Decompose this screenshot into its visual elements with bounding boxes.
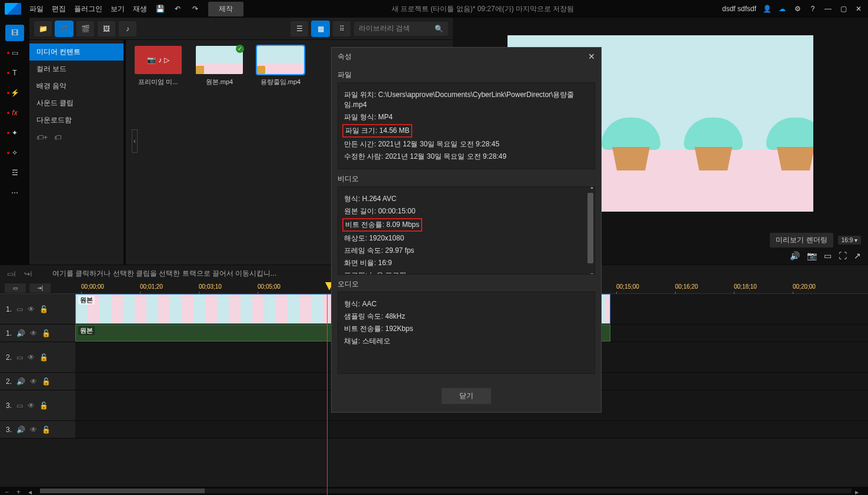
overlay-room-icon[interactable]: ✦ bbox=[5, 125, 24, 141]
save-icon[interactable]: 💾 bbox=[155, 4, 165, 14]
volume-icon[interactable]: 🔊 bbox=[790, 251, 800, 260]
visibility-icon[interactable]: 👁 bbox=[28, 305, 35, 313]
visibility-icon[interactable]: 👁 bbox=[28, 402, 35, 410]
zoom-in-icon[interactable]: + bbox=[16, 488, 25, 494]
cloud-icon[interactable]: ☁ bbox=[777, 4, 787, 14]
tt-aspect-icon[interactable]: ▭⁞ bbox=[7, 270, 16, 278]
import-icon[interactable]: 📁 bbox=[34, 21, 52, 36]
tick: 00;16;20 bbox=[675, 283, 698, 290]
media-item-reduced[interactable]: 용량줄임.mp4 bbox=[254, 46, 307, 86]
nav-bg-music[interactable]: 배경 음악 bbox=[29, 78, 123, 95]
view-menu-icon[interactable]: ⠿ bbox=[333, 21, 350, 36]
menu-play[interactable]: 재생 bbox=[133, 4, 147, 14]
scroll-left-icon[interactable]: ◂ bbox=[28, 488, 36, 494]
particle-room-icon[interactable]: ✧ bbox=[5, 145, 24, 161]
ruler-end-icon[interactable]: ⇥| bbox=[29, 283, 51, 293]
track-row: 3. 🔊👁🔓 bbox=[0, 421, 868, 439]
lock-icon[interactable]: 🔓 bbox=[42, 426, 51, 434]
lock-icon[interactable]: 🔓 bbox=[39, 353, 48, 362]
tt-arrow-icon[interactable]: ↪⁞ bbox=[24, 270, 32, 278]
dialog-close-icon[interactable]: ✕ bbox=[588, 52, 595, 61]
library-nav: 미디어 컨텐트 컬러 보드 배경 음악 사운드 클립 다운로드함 🏷+ 🏷 bbox=[29, 40, 123, 265]
text-room-icon[interactable]: T bbox=[5, 65, 24, 81]
prop-filesize: 파일 크기: 14.56 MB bbox=[344, 123, 589, 138]
collapse-handle[interactable]: ‹ bbox=[132, 129, 138, 153]
tick: 00;05;00 bbox=[258, 283, 281, 290]
close-icon[interactable]: ✕ bbox=[854, 4, 863, 14]
section-file-label: 파일 bbox=[338, 65, 595, 82]
render-preview-button[interactable]: 미리보기 렌더링 bbox=[770, 233, 833, 247]
scroll-up-icon[interactable]: ▴ bbox=[590, 186, 593, 190]
tag-icon[interactable]: 🏷 bbox=[54, 133, 66, 145]
playhead[interactable] bbox=[327, 294, 328, 495]
view3d-icon[interactable]: ▭ bbox=[824, 251, 832, 260]
prop-vprofile: 프로필: 높은 프로필 bbox=[344, 269, 589, 275]
snapshot-icon[interactable]: 📷 bbox=[807, 251, 817, 260]
more-room-icon[interactable]: ⋯ bbox=[5, 185, 24, 201]
hscroll-thumb[interactable] bbox=[40, 489, 205, 493]
minimize-icon[interactable]: — bbox=[823, 4, 833, 14]
aspect-select[interactable]: 16:9 ▾ bbox=[838, 236, 861, 245]
prop-vformat: 형식: H.264 AVC bbox=[344, 193, 589, 205]
media-room-icon[interactable]: 🎞 bbox=[5, 25, 24, 41]
lock-icon[interactable]: 🔓 bbox=[39, 402, 48, 410]
properties-dialog: 속성 ✕ 파일 파일 위치: C:\Users\approve\Document… bbox=[331, 47, 602, 413]
add-tag-icon[interactable]: 🏷+ bbox=[36, 133, 48, 145]
section-scrollbar[interactable] bbox=[587, 193, 593, 263]
menu-edit[interactable]: 편집 bbox=[52, 4, 66, 14]
produce-button[interactable]: 제작 bbox=[208, 2, 243, 16]
filter-video-icon[interactable]: 🎬 bbox=[76, 21, 94, 36]
filter-image-icon[interactable]: 🖼 bbox=[98, 21, 115, 36]
lock-icon[interactable]: 🔓 bbox=[39, 305, 48, 313]
library-search[interactable]: 라이브러리 검색 🔍 bbox=[354, 22, 448, 36]
transition-room-icon[interactable]: ⚡ bbox=[5, 85, 24, 101]
maximize-icon[interactable]: ▢ bbox=[839, 4, 848, 14]
prop-vfps: 프레임 속도: 29.97 fps bbox=[344, 245, 589, 257]
check-icon: ✓ bbox=[236, 45, 244, 53]
section-audio-label: 오디오 bbox=[338, 275, 595, 292]
prop-vlength: 원본 길이: 00:00:15:00 bbox=[344, 205, 589, 218]
gear-icon[interactable]: ⚙ bbox=[793, 4, 802, 14]
popout-icon[interactable]: ↗ bbox=[854, 251, 861, 260]
menu-plugins[interactable]: 플러그인 bbox=[74, 4, 102, 14]
mic-icon bbox=[257, 66, 265, 74]
visibility-icon[interactable]: 👁 bbox=[28, 353, 35, 362]
ruler-mode-icon[interactable]: ▭ bbox=[5, 283, 26, 293]
title-room-icon[interactable]: ▭ bbox=[5, 45, 24, 61]
redo-icon[interactable]: ↷ bbox=[191, 4, 200, 14]
view-list-icon[interactable]: ☰ bbox=[291, 21, 308, 36]
nav-media-content[interactable]: 미디어 컨텐트 bbox=[29, 44, 123, 61]
tick: 00;01;20 bbox=[140, 283, 163, 290]
search-icon: 🔍 bbox=[435, 25, 443, 33]
filter-audio-icon[interactable]: ♪ bbox=[119, 21, 136, 36]
undo-icon[interactable]: ↶ bbox=[173, 4, 182, 14]
track-number: 3. bbox=[6, 426, 12, 434]
media-item-original[interactable]: ✓ 원본.mp4 bbox=[193, 46, 246, 86]
menu-file[interactable]: 파일 bbox=[29, 4, 44, 14]
fx-room-icon[interactable]: fx bbox=[5, 105, 24, 121]
media-item-premium[interactable]: 📷♪▷ 프리미엄 미... bbox=[132, 46, 185, 86]
fullscreen-icon[interactable]: ⛶ bbox=[839, 251, 847, 260]
user-icon[interactable]: 👤 bbox=[762, 4, 772, 14]
scroll-down-icon[interactable]: ▾ bbox=[590, 271, 593, 275]
lock-icon[interactable]: 🔓 bbox=[42, 377, 51, 386]
subtitle-room-icon[interactable]: ☲ bbox=[5, 165, 24, 181]
timeline-hscroll[interactable]: − + ◂ ▸ bbox=[0, 487, 868, 495]
nav-downloads[interactable]: 다운로드함 bbox=[29, 112, 123, 129]
help-icon[interactable]: ? bbox=[808, 4, 817, 14]
track-number: 1. bbox=[6, 305, 12, 313]
nav-sound-clip[interactable]: 사운드 클립 bbox=[29, 95, 123, 112]
menu-view[interactable]: 보기 bbox=[111, 4, 125, 14]
visibility-icon[interactable]: 👁 bbox=[30, 426, 37, 434]
visibility-icon[interactable]: 👁 bbox=[30, 377, 37, 386]
lock-icon[interactable]: 🔓 bbox=[42, 329, 51, 337]
tick: 00;03;10 bbox=[199, 283, 222, 290]
scroll-right-icon[interactable]: ▸ bbox=[855, 488, 863, 494]
visibility-icon[interactable]: 👁 bbox=[30, 329, 37, 337]
filter-media-icon[interactable]: 🎵 bbox=[55, 21, 73, 36]
dialog-close-button[interactable]: 닫기 bbox=[442, 388, 491, 404]
nav-color-board[interactable]: 컬러 보드 bbox=[29, 61, 123, 78]
video-track-icon: ▭ bbox=[16, 305, 23, 313]
zoom-out-icon[interactable]: − bbox=[5, 488, 13, 494]
view-grid-icon[interactable]: ▦ bbox=[312, 21, 329, 36]
